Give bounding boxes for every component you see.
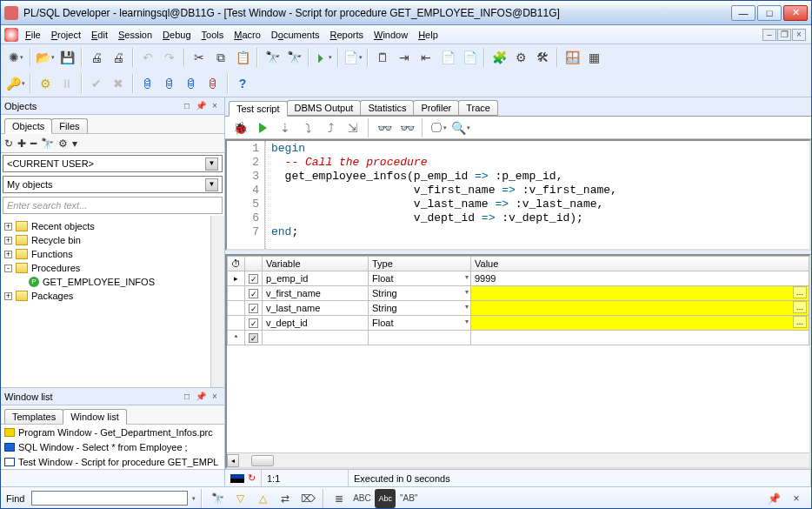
logon-icon[interactable]: 🔑▾ — [6, 74, 25, 93]
variables-h-scrollbar[interactable]: ◂ — [227, 452, 809, 467]
binoculars-icon[interactable]: 🔭 — [41, 137, 54, 150]
var-row-v-last-name[interactable]: ✓ v_last_name String▾ — [228, 301, 809, 316]
db-link-icon[interactable]: 🛢 — [182, 74, 201, 93]
screen-icon[interactable]: 🖵▾ — [429, 118, 448, 137]
tile-icon[interactable]: ▦ — [584, 48, 603, 67]
editor-code[interactable]: begin -- Call the procedure get_employee… — [265, 141, 809, 249]
find-input[interactable] — [31, 491, 188, 506]
break-icon[interactable]: ⏸ — [57, 74, 77, 93]
menu-documents[interactable]: Documents — [271, 30, 320, 40]
var-name[interactable]: p_emp_id — [263, 271, 369, 286]
close-button[interactable]: ✕ — [783, 5, 808, 21]
chevron-down-icon[interactable]: ▾ — [465, 288, 469, 296]
find-icon[interactable]: 🔭 — [263, 48, 282, 67]
menu-edit[interactable]: Edit — [91, 30, 108, 40]
pin-icon[interactable]: 📌 — [764, 489, 783, 508]
chevron-down-icon[interactable]: ▾ — [465, 303, 469, 311]
chevron-down-icon[interactable]: ▾ — [465, 318, 469, 325]
var-name[interactable]: v_first_name — [263, 286, 369, 301]
tree-menu-icon[interactable]: ▾ — [72, 137, 77, 150]
glasses-icon[interactable]: 👓 — [375, 118, 394, 137]
tree-node-recent[interactable]: +Recent objects — [4, 219, 207, 233]
menu-file[interactable]: File — [25, 30, 41, 40]
menu-window[interactable]: Window — [374, 30, 408, 40]
var-enabled-checkbox[interactable]: ✓ — [249, 318, 258, 328]
menu-reports[interactable]: Reports — [329, 30, 363, 40]
cascade-icon[interactable]: 🪟 — [562, 48, 582, 67]
menu-help[interactable]: Help — [418, 30, 438, 40]
object-tree[interactable]: +Recent objects +Recycle bin +Functions … — [1, 216, 210, 387]
outdent-icon[interactable]: ⇤ — [416, 48, 436, 67]
mdi-minimize-button[interactable]: – — [762, 29, 776, 41]
save-icon[interactable]: 💾 — [57, 48, 77, 67]
var-row-p-emp-id[interactable]: ▸ ✓ p_emp_id Float▾ 9999 — [228, 271, 809, 286]
debug-start-icon[interactable]: 🐞 — [230, 118, 250, 137]
whole-word-icon[interactable]: Abc — [375, 489, 396, 508]
var-row-v-dept-id[interactable]: ✓ v_dept_id Float▾ — [228, 316, 809, 331]
var-value[interactable] — [471, 331, 809, 345]
tree-node-get-employee-infos[interactable]: PGET_EMPLOYEE_INFOS — [4, 275, 207, 289]
sessions-icon[interactable]: 🧩 — [489, 48, 509, 67]
pane-autohide-icon[interactable]: □ — [181, 391, 193, 403]
tools-icon[interactable]: 🛠 — [533, 48, 552, 67]
tab-dbms-output[interactable]: DBMS Output — [287, 100, 362, 116]
pane-autohide-icon[interactable]: □ — [181, 100, 193, 112]
comment-icon[interactable]: 📄 — [438, 48, 457, 67]
var-row-new[interactable]: * ✓ — [228, 331, 809, 345]
var-name[interactable]: v_dept_id — [263, 316, 369, 331]
commit-icon[interactable]: ✔ — [87, 74, 106, 93]
code-editor[interactable]: 1234567 begin -- Call the procedure get_… — [225, 139, 811, 251]
undo-icon[interactable]: ↶ — [138, 48, 157, 67]
run-to-cursor-icon[interactable]: ⇲ — [343, 118, 363, 137]
tab-templates[interactable]: Templates — [4, 409, 63, 424]
refresh-icon[interactable]: ↻ — [4, 137, 13, 150]
tab-trace[interactable]: Trace — [458, 100, 498, 116]
menu-debug[interactable]: Debug — [163, 30, 190, 40]
zoom-icon[interactable]: 🔍▾ — [451, 118, 470, 137]
regex-literal-icon[interactable]: "AB" — [399, 489, 418, 508]
rollback-icon[interactable]: ✖ — [109, 74, 128, 93]
findbar-close-icon[interactable]: × — [787, 489, 806, 508]
var-enabled-checkbox[interactable]: ✓ — [249, 274, 258, 284]
scroll-left-icon[interactable]: ◂ — [227, 454, 239, 467]
object-search-input[interactable]: Enter search text... — [3, 197, 223, 214]
find-down-icon[interactable]: ▽ — [230, 489, 250, 508]
tree-node-functions[interactable]: +Functions — [4, 247, 207, 261]
minimize-button[interactable]: — — [731, 5, 755, 21]
menu-session[interactable]: Session — [118, 30, 152, 40]
pane-pin-icon[interactable]: 📌 — [195, 391, 207, 403]
tab-objects[interactable]: Objects — [4, 118, 52, 134]
find-cancel-icon[interactable]: ⌦ — [298, 489, 317, 508]
var-type[interactable]: Float — [372, 318, 393, 328]
menu-macro[interactable]: Macro — [234, 30, 261, 40]
config-icon[interactable]: ⚙ — [511, 48, 530, 67]
minus-icon[interactable]: ━ — [30, 137, 37, 150]
gear-icon[interactable]: ⚙ — [36, 74, 55, 93]
tree-node-procedures[interactable]: -Procedures — [4, 261, 207, 275]
tab-files[interactable]: Files — [51, 118, 87, 133]
redo-icon[interactable]: ↷ — [160, 48, 179, 67]
open-icon[interactable]: 📂▾ — [36, 48, 55, 67]
tree-node-packages[interactable]: +Packages — [4, 289, 207, 303]
var-value[interactable] — [471, 286, 809, 301]
var-name[interactable] — [263, 331, 369, 345]
explain-plan-icon[interactable]: 📄▾ — [343, 48, 363, 67]
menu-tools[interactable]: Tools — [202, 30, 224, 40]
var-type[interactable]: Float — [372, 273, 393, 284]
tree-node-recyclebin[interactable]: +Recycle bin — [4, 233, 207, 247]
cut-icon[interactable]: ✂ — [190, 48, 209, 67]
uncomment-icon[interactable]: 📄 — [460, 48, 479, 67]
var-type[interactable]: String — [372, 303, 397, 313]
find-next-icon[interactable]: 🔭 — [284, 48, 303, 67]
var-value[interactable] — [471, 316, 809, 331]
var-enabled-checkbox[interactable]: ✓ — [249, 333, 258, 343]
var-value[interactable] — [471, 301, 809, 316]
var-enabled-checkbox[interactable]: ✓ — [249, 289, 258, 298]
mdi-close-button[interactable]: × — [792, 29, 806, 41]
filter-icon[interactable]: ⚙ — [58, 137, 68, 150]
glasses2-icon[interactable]: 👓 — [397, 118, 416, 137]
find-binoculars-icon[interactable]: 🔭 — [208, 489, 227, 508]
help-icon[interactable]: ? — [233, 74, 252, 93]
print-icon[interactable]: 🖨 — [87, 48, 106, 67]
tree-scrollbar[interactable] — [210, 216, 224, 387]
